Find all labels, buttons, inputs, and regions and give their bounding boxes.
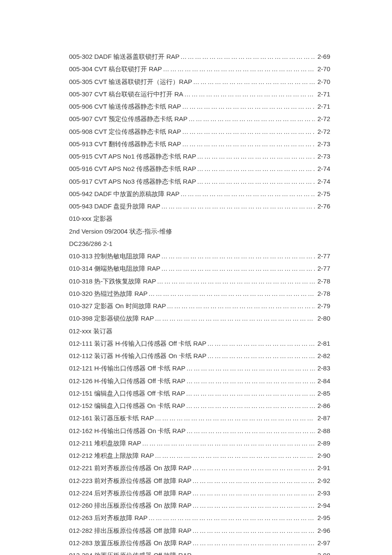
toc-page-number: 2-72 <box>316 125 330 138</box>
toc-entry: 005-908 CVT 定位传感器静态卡纸 RAP………………………………………… <box>69 125 330 138</box>
toc-title: 012-212 堆积盘上限故障 RAP <box>69 449 154 462</box>
toc-page-number: 2-89 <box>316 437 330 449</box>
toc-entry: 012-151 编辑盘入口传感器 Off 卡纸 RAP…………………………………… <box>69 387 330 399</box>
toc-leader-dots: …………………………………………………………………………………………………………… <box>207 337 315 350</box>
toc-page-number: 2-81 <box>316 337 330 350</box>
toc-entry: 012-121 H-传输出口传感器 Off 卡纸 RAP………………………………… <box>69 362 330 374</box>
toc-leader-dots: …………………………………………………………………………………………………………… <box>157 275 315 287</box>
toc-title: 012-152 编辑盘入口传感器 On 卡纸 RAP <box>69 399 185 412</box>
toc-leader-dots: …………………………………………………………………………………………………………… <box>193 75 315 88</box>
toc-entry: 012-111 装订器 H-传输入口传感器 Off 卡纸 RAP……………………… <box>69 337 330 350</box>
toc-entry: 005-913 CVT 翻转传感器静态卡纸 RAP………………………………………… <box>69 138 330 150</box>
toc-entry: 005-907 CVT 预定位传感器静态卡纸 RAP……………………………………… <box>69 113 330 125</box>
toc-entry: 012-161 装订器压板卡纸 RAP………………………………………………………… <box>69 412 330 424</box>
toc-leader-dots: …………………………………………………………………………………………………………… <box>142 437 315 449</box>
toc-entry: 012-212 堆积盘上限故障 RAP………………………………………………………… <box>69 449 330 462</box>
toc-entry: 012-282 排出压板原位传感器 Off 故障 RAP………………………………… <box>69 524 330 537</box>
toc-page-number: 2-85 <box>316 387 330 399</box>
toc-page-number: 2-76 <box>316 200 330 212</box>
toc-title: 012-162 H-传输出口传感器 On 卡纸 RAP <box>69 425 185 437</box>
toc-title: 005-302 DADF 输送器盖联锁打开 RAP <box>69 50 179 63</box>
toc-page-number: 2-79 <box>316 300 330 312</box>
toc-entry: 012-221 前对齐板原位传感器 On 故障 RAP…………………………………… <box>69 462 330 474</box>
toc-page-number: 2-90 <box>316 449 330 462</box>
toc-title: 012-112 装订器 H-传输入口传感器 On 卡纸 RAP <box>69 350 207 362</box>
toc-title: 005-913 CVT 翻转传感器静态卡纸 RAP <box>69 138 181 150</box>
toc-leader-dots: …………………………………………………………………………………………………………… <box>155 449 315 462</box>
toc-leader-dots: …………………………………………………………………………………………………………… <box>167 300 315 312</box>
toc-title: 005-305 CVT 输送器联锁打开（运行）RAP <box>69 75 192 88</box>
toc-entry: 005-943 DADF 盘提升故障 RAP………………………………………………… <box>69 200 330 212</box>
toc-page-number: 2-69 <box>316 50 330 63</box>
toc-leader-dots: …………………………………………………………………………………………………………… <box>192 549 315 555</box>
toc-leader-dots: …………………………………………………………………………………………………………… <box>180 50 315 63</box>
toc-page-number: 2-82 <box>316 350 330 362</box>
toc-page-number: 2-70 <box>316 75 330 88</box>
toc-title: 005-915 CVT APS No1 传感器静态卡纸 RAP <box>69 150 196 162</box>
section-heading: 010-xxx 定影器 <box>69 212 330 225</box>
toc-entry: 012-223 前对齐板原位传感器 Off 故障 RAP………………………………… <box>69 474 330 487</box>
toc-title: 005-943 DADF 盘提升故障 RAP <box>69 200 160 212</box>
toc-title: 012-126 H-传输入口传感器 Off 卡纸 RAP <box>69 375 185 387</box>
toc-page-number: 2-77 <box>316 250 330 262</box>
toc-entry: 012-260 排出压板原位传感器 On 故障 RAP…………………………………… <box>69 499 330 512</box>
toc-leader-dots: …………………………………………………………………………………………………………… <box>161 250 315 262</box>
toc-leader-dots: …………………………………………………………………………………………………………… <box>193 462 315 474</box>
toc-title: 012-263 后对齐板故障 RAP <box>69 512 147 524</box>
toc-leader-dots: …………………………………………………………………………………………………………… <box>192 524 315 537</box>
toc-entry: 005-915 CVT APS No1 传感器静态卡纸 RAP………………………… <box>69 150 330 162</box>
toc-page-number: 2-70 <box>316 63 330 75</box>
toc-leader-dots: …………………………………………………………………………………………………………… <box>155 312 315 324</box>
toc-title: 012-224 后对齐板原位传感器 Off 故障 RAP <box>69 487 191 499</box>
toc-title: 012-283 放置压板原位传感器 On 故障 RAP <box>69 537 192 549</box>
toc-leader-dots: …………………………………………………………………………………………………………… <box>186 399 315 412</box>
toc-title: 005-916 CVT APS No2 传感器静态卡纸 RAP <box>69 162 196 175</box>
toc-entry: 005-305 CVT 输送器联锁打开（运行）RAP……………………………………… <box>69 75 330 88</box>
toc-page-number: 2-73 <box>316 150 330 162</box>
toc-title: 012-260 排出压板原位传感器 On 故障 RAP <box>69 499 192 512</box>
toc-leader-dots: …………………………………………………………………………………………………………… <box>197 175 315 188</box>
toc-leader-dots: …………………………………………………………………………………………………………… <box>193 537 315 549</box>
toc-leader-dots: …………………………………………………………………………………………………………… <box>192 487 315 499</box>
toc-page-number: 2-96 <box>316 524 330 537</box>
toc-title: 010-314 侧端热敏电阻故障 RAP <box>69 262 160 275</box>
toc-page-number: 2-84 <box>316 375 330 387</box>
toc-leader-dots: …………………………………………………………………………………………………………… <box>182 100 315 113</box>
toc-entry: 010-320 热辊过热故障 RAP…………………………………………………………… <box>69 287 330 300</box>
toc-entry: 010-398 定影器锁位故障 RAP………………………………………………………… <box>69 312 330 324</box>
toc-entry: 005-307 CVT 稿台联锁在运行中打开 RA………………………………………… <box>69 88 330 100</box>
toc-entry: 012-162 H-传输出口传感器 On 卡纸 RAP…………………………………… <box>69 425 330 437</box>
toc-page-number: 2-98 <box>316 549 330 555</box>
toc-entry: 005-304 CVT 稿台联锁打开 RAP………………………………………………… <box>69 63 330 75</box>
toc-entry: 005-916 CVT APS No2 传感器静态卡纸 RAP………………………… <box>69 162 330 175</box>
toc-leader-dots: …………………………………………………………………………………………………………… <box>186 425 315 437</box>
toc-entry: 005-917 CVT APS No3 传感器静态卡纸 RAP………………………… <box>69 175 330 188</box>
toc-page-number: 2-75 <box>316 188 330 200</box>
toc-title: 005-307 CVT 稿台联锁在运行中打开 RA <box>69 88 183 100</box>
toc-leader-dots: …………………………………………………………………………………………………………… <box>186 387 315 399</box>
toc-entry: 010-318 热-下跌恢复故障 RAP……………………………………………………… <box>69 275 330 287</box>
toc-entry: 012-112 装订器 H-传输入口传感器 On 卡纸 RAP………………………… <box>69 350 330 362</box>
toc-leader-dots: …………………………………………………………………………………………………………… <box>193 499 315 512</box>
toc-leader-dots: …………………………………………………………………………………………………………… <box>161 200 315 212</box>
toc-page-number: 2-88 <box>316 425 330 437</box>
toc-title: 005-917 CVT APS No3 传感器静态卡纸 RAP <box>69 175 196 188</box>
toc-leader-dots: …………………………………………………………………………………………………………… <box>208 350 315 362</box>
section-heading: DC236/286 2-1 <box>69 237 330 250</box>
toc-page-number: 2-92 <box>316 474 330 487</box>
toc-leader-dots: …………………………………………………………………………………………………………… <box>180 188 315 200</box>
toc-title: 012-151 编辑盘入口传感器 Off 卡纸 RAP <box>69 387 185 399</box>
toc-leader-dots: …………………………………………………………………………………………………………… <box>161 262 315 275</box>
toc-entry: 012-224 后对齐板原位传感器 Off 故障 RAP………………………………… <box>69 487 330 499</box>
toc-title: 012-282 排出压板原位传感器 Off 故障 RAP <box>69 524 191 537</box>
toc-page-number: 2-80 <box>316 312 330 324</box>
toc-leader-dots: …………………………………………………………………………………………………………… <box>182 125 315 138</box>
toc-entry: 010-313 控制热敏电阻故障 RAP……………………………………………………… <box>69 250 330 262</box>
toc-page-number: 2-93 <box>316 487 330 499</box>
toc-page-number: 2-86 <box>316 399 330 412</box>
toc-leader-dots: …………………………………………………………………………………………………………… <box>197 162 315 175</box>
toc-title: 005-942 DADF 中放置的原稿故障 RAP <box>69 188 179 200</box>
toc-page-number: 2-74 <box>316 162 330 175</box>
toc-leader-dots: …………………………………………………………………………………………………………… <box>163 63 315 75</box>
toc-leader-dots: …………………………………………………………………………………………………………… <box>184 88 315 100</box>
